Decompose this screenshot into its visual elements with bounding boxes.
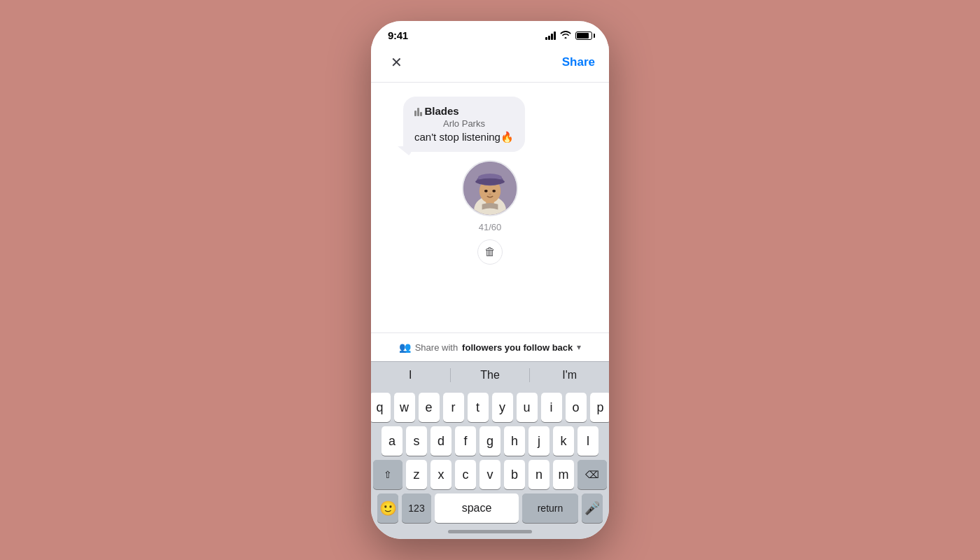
key-t[interactable]: t	[468, 393, 489, 422]
home-indicator	[448, 530, 532, 533]
phone-frame: 9:41 ✕ Share	[371, 21, 609, 539]
signal-icon	[545, 31, 556, 40]
key-m[interactable]: m	[553, 460, 574, 489]
svg-point-7	[475, 178, 505, 186]
microphone-key[interactable]: 🎤	[582, 493, 603, 523]
key-c[interactable]: c	[455, 460, 476, 489]
svg-point-9	[492, 190, 496, 192]
share-with-audience: followers you follow back	[462, 342, 573, 353]
backspace-key[interactable]: ⌫	[578, 460, 607, 489]
share-with-bar[interactable]: 👥 Share with followers you follow back ▾	[371, 332, 609, 361]
share-with-prefix: Share with	[415, 342, 458, 353]
key-o[interactable]: o	[566, 393, 587, 422]
keyboard-row-4: 🙂 123 space return 🎤	[373, 493, 607, 523]
caption-text: can't stop listening🔥	[414, 131, 514, 144]
key-r[interactable]: r	[443, 393, 464, 422]
key-e[interactable]: e	[419, 393, 440, 422]
predictive-word-2[interactable]: The	[451, 368, 530, 383]
status-bar: 9:41	[371, 21, 609, 46]
music-bars-icon	[414, 106, 422, 116]
share-button[interactable]: Share	[562, 55, 595, 69]
nav-bar: ✕ Share	[371, 46, 609, 83]
key-i[interactable]: i	[541, 393, 562, 422]
avatar-section: 41/60 🗑	[462, 160, 518, 265]
keyboard-predictive-bar: I The I'm	[371, 361, 609, 388]
key-a[interactable]: a	[382, 426, 402, 456]
keyboard-row-2: a s d f g h j k l	[373, 426, 607, 456]
content-area: Blades Arlo Parks can't stop listening🔥	[371, 83, 609, 332]
message-bubble: Blades Arlo Parks can't stop listening🔥	[403, 97, 525, 152]
key-q[interactable]: q	[371, 393, 391, 422]
status-icons	[545, 30, 592, 41]
message-bubble-container: Blades Arlo Parks can't stop listening🔥	[382, 97, 598, 152]
keyboard-row-1: q w e r t y u i o p	[373, 393, 607, 422]
chevron-down-icon: ▾	[577, 342, 581, 352]
keyboard: q w e r t y u i o p a s d f g h j k l ⇧ …	[371, 388, 609, 526]
close-button[interactable]: ✕	[385, 51, 407, 74]
song-title: Blades	[425, 105, 459, 117]
predictive-word-3[interactable]: I'm	[530, 368, 609, 383]
key-s[interactable]: s	[406, 426, 427, 456]
svg-point-10	[489, 193, 491, 195]
battery-icon	[575, 31, 592, 40]
key-v[interactable]: v	[479, 460, 500, 489]
avatar	[462, 160, 518, 216]
key-u[interactable]: u	[517, 393, 538, 422]
key-d[interactable]: d	[430, 426, 451, 456]
key-k[interactable]: k	[553, 426, 574, 456]
key-h[interactable]: h	[504, 426, 525, 456]
trash-icon: 🗑	[484, 246, 496, 258]
status-time: 9:41	[388, 29, 408, 41]
predictive-word-1[interactable]: I	[371, 368, 450, 383]
keyboard-row-3: ⇧ z x c v b n m ⌫	[373, 460, 607, 489]
key-z[interactable]: z	[406, 460, 427, 489]
key-f[interactable]: f	[455, 426, 476, 456]
shift-key[interactable]: ⇧	[373, 460, 402, 489]
delete-button[interactable]: 🗑	[477, 239, 503, 265]
numbers-key[interactable]: 123	[402, 493, 431, 523]
key-b[interactable]: b	[504, 460, 525, 489]
close-icon: ✕	[391, 54, 402, 71]
wifi-icon	[560, 30, 571, 41]
space-key[interactable]: space	[435, 493, 519, 523]
key-x[interactable]: x	[430, 460, 451, 489]
people-icon: 👥	[399, 342, 411, 353]
key-w[interactable]: w	[394, 393, 415, 422]
emoji-key[interactable]: 🙂	[377, 493, 398, 523]
home-indicator-bar	[371, 526, 609, 539]
key-p[interactable]: p	[590, 393, 610, 422]
song-title-row: Blades	[414, 105, 514, 117]
svg-point-8	[484, 190, 488, 192]
key-n[interactable]: n	[528, 460, 550, 489]
key-g[interactable]: g	[479, 426, 500, 456]
key-l[interactable]: l	[578, 426, 598, 456]
key-j[interactable]: j	[528, 426, 550, 456]
return-key[interactable]: return	[522, 493, 578, 523]
key-y[interactable]: y	[492, 393, 513, 422]
char-count: 41/60	[479, 222, 502, 232]
artist-name: Arlo Parks	[414, 118, 514, 129]
